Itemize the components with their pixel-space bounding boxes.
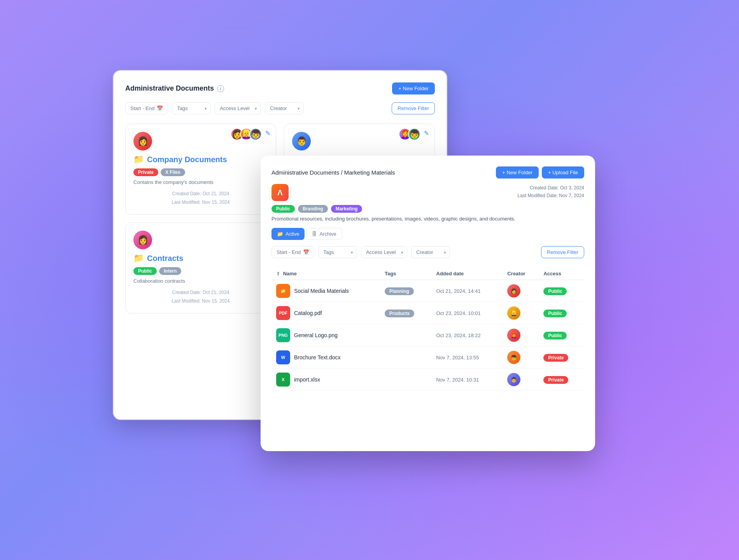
- creator-filter-front[interactable]: Creator: [411, 246, 450, 258]
- row-tag-cell: [380, 346, 431, 369]
- folder-name-contracts: 📁 Contracts: [133, 253, 268, 263]
- front-filter-row: Start - End 📅 Tags Access Level Creator …: [271, 246, 584, 258]
- col-added-date: Added date: [432, 268, 503, 280]
- row-tag-cell: [380, 324, 431, 346]
- row-name-cell: 📁 Social Media Materials: [271, 280, 380, 302]
- col-access: Access: [539, 268, 584, 280]
- row-date: Nov 7, 2024, 10:31: [436, 377, 479, 383]
- access-badge: Public: [543, 310, 567, 317]
- access-filter-front[interactable]: Access Level: [361, 246, 407, 258]
- file-icon-pdf: PDF: [276, 306, 290, 320]
- row-date: Nov 7, 2024, 13:55: [436, 355, 479, 360]
- table-row[interactable]: PNG General Logo.png Oct 23, 2024, 18:22…: [271, 324, 584, 346]
- folder-description: Promotional resources, including brochur…: [271, 216, 584, 222]
- access-filter-wrap-front: Access Level: [361, 246, 407, 258]
- table-body: 📁 Social Media Materials Planning Oct 21…: [271, 280, 584, 391]
- info-icon[interactable]: i: [217, 85, 224, 92]
- file-name: Brochure Text.docx: [294, 354, 341, 360]
- date-filter-front[interactable]: Start - End 📅: [271, 246, 314, 258]
- upload-file-button[interactable]: + Upload File: [542, 166, 584, 178]
- row-access-cell: Private: [539, 369, 584, 391]
- card-avatars-partial1: [402, 128, 420, 140]
- row-name-cell: PDF Catalog.pdf: [271, 302, 380, 324]
- access-badge: Private: [543, 354, 568, 362]
- tab-active[interactable]: 📁 Active: [271, 228, 305, 240]
- front-panel-header: Administrative Documents / Marketing Mat…: [271, 166, 584, 178]
- access-badge: Public: [543, 332, 567, 340]
- row-tag-cell: Products: [380, 302, 431, 324]
- creator-avatar: 👩‍🦰: [507, 329, 520, 342]
- table-row[interactable]: W Brochure Text.docx Nov 7, 2024, 13:55 …: [271, 346, 584, 369]
- file-name: import.xlsx: [294, 376, 320, 383]
- access-badge: Public: [543, 287, 567, 295]
- main-avatar-company: [133, 132, 152, 150]
- creator-filter-wrap-front: Creator: [411, 246, 450, 258]
- row-date: Oct 23, 2024, 18:22: [436, 332, 481, 338]
- front-panel: Administrative Documents / Marketing Mat…: [261, 156, 595, 451]
- remove-filter-button-front[interactable]: Remove Filter: [541, 246, 584, 258]
- file-icon-xlsx: X: [276, 373, 290, 387]
- tag-intern-contracts: Intern: [159, 267, 181, 275]
- folder-name-company: 📁 Company Documents: [133, 154, 268, 164]
- avatar-3-company: [249, 128, 262, 140]
- row-date: Oct 23, 2024, 10:01: [436, 310, 481, 316]
- tags-filter-front[interactable]: Tags: [318, 246, 357, 258]
- tags-filter-wrap-back: Tags: [172, 102, 211, 114]
- card-dates-company: Created Date: Oct 21, 2024 Last Modified…: [133, 190, 268, 206]
- tags-filter-back[interactable]: Tags: [172, 102, 211, 114]
- avatar-2-partial1: [408, 128, 420, 140]
- row-tag-cell: [380, 369, 431, 391]
- row-name-cell: PNG General Logo.png: [271, 324, 380, 346]
- meta-dates: Created Date: Oct 3, 2024 Last Modified …: [518, 184, 584, 200]
- folder-card-contracts[interactable]: ✎ 📁 Contracts Public Intern Collaboratio…: [125, 222, 276, 313]
- remove-filter-button-back[interactable]: Remove Filter: [392, 102, 435, 114]
- col-name[interactable]: ⬆ Name: [271, 268, 380, 280]
- calendar-icon-front: 📅: [303, 249, 309, 255]
- access-filter-back[interactable]: Access Level: [215, 102, 261, 114]
- view-tabs: 📁 Active 🗄 Archive: [271, 228, 584, 240]
- creator-filter-wrap-back: Creator: [265, 102, 304, 114]
- folder-logo: Λ: [271, 184, 289, 201]
- card-dates-contracts: Created Date: Oct 21, 2024 Last Modified…: [133, 289, 268, 305]
- file-table: ⬆ Name Tags Added date Creator Access 📁 …: [271, 268, 584, 391]
- table-row[interactable]: 📁 Social Media Materials Planning Oct 21…: [271, 280, 584, 302]
- row-access-cell: Private: [539, 346, 584, 369]
- row-creator-cell: 👩‍🦰: [503, 324, 539, 346]
- row-date-cell: Oct 21, 2024, 14:41: [432, 280, 503, 302]
- edit-icon-company[interactable]: ✎: [265, 130, 270, 137]
- col-creator: Creator: [503, 268, 539, 280]
- breadcrumb: Administrative Documents / Marketing Mat…: [271, 169, 395, 176]
- table-row[interactable]: PDF Catalog.pdf Products Oct 23, 2024, 1…: [271, 302, 584, 324]
- row-tag-cell: Planning: [380, 280, 431, 302]
- date-filter-back[interactable]: Start - End 📅: [125, 102, 168, 114]
- main-avatar-partial1: [292, 132, 311, 150]
- archive-tab-label: Archive: [319, 231, 336, 237]
- back-filter-row: Start - End 📅 Tags Access Level Creator …: [125, 102, 435, 114]
- creator-filter-back[interactable]: Creator: [265, 102, 304, 114]
- file-icon-png: PNG: [276, 328, 290, 342]
- tab-archive[interactable]: 🗄 Archive: [306, 228, 342, 240]
- back-panel-header: Administrative Documents i + New Folder: [125, 82, 435, 94]
- archive-tab-icon: 🗄: [312, 231, 317, 237]
- tags-row-contracts: Public Intern: [133, 267, 268, 275]
- access-filter-wrap-back: Access Level: [215, 102, 261, 114]
- folder-icon-company: 📁: [133, 154, 144, 164]
- file-name: General Logo.png: [294, 332, 338, 338]
- tag-public-contracts: Public: [133, 267, 157, 275]
- folder-card-company-docs[interactable]: ✎ 📁 Company Documents Private X Files Co…: [125, 124, 276, 215]
- tag-private-company: Private: [133, 168, 158, 176]
- calendar-icon-back: 📅: [157, 105, 163, 111]
- creator-avatar: 👨: [507, 373, 520, 386]
- row-creator-cell: 👩: [503, 280, 539, 302]
- edit-icon-partial1[interactable]: ✎: [424, 130, 429, 137]
- tag-public-front: Public: [271, 205, 295, 213]
- table-row[interactable]: X import.xlsx Nov 7, 2024, 10:31 👨 Priva…: [271, 369, 584, 391]
- new-folder-button-front[interactable]: + New Folder: [496, 166, 539, 178]
- row-tag: Products: [385, 310, 414, 317]
- col-tags: Tags: [380, 268, 431, 280]
- tag-marketing-front: Marketing: [331, 205, 362, 213]
- date-filter-text-back: Start - End: [130, 105, 154, 111]
- row-tag: Planning: [385, 287, 414, 295]
- new-folder-button-back[interactable]: + New Folder: [392, 82, 435, 94]
- creator-avatar: 👦: [507, 351, 520, 364]
